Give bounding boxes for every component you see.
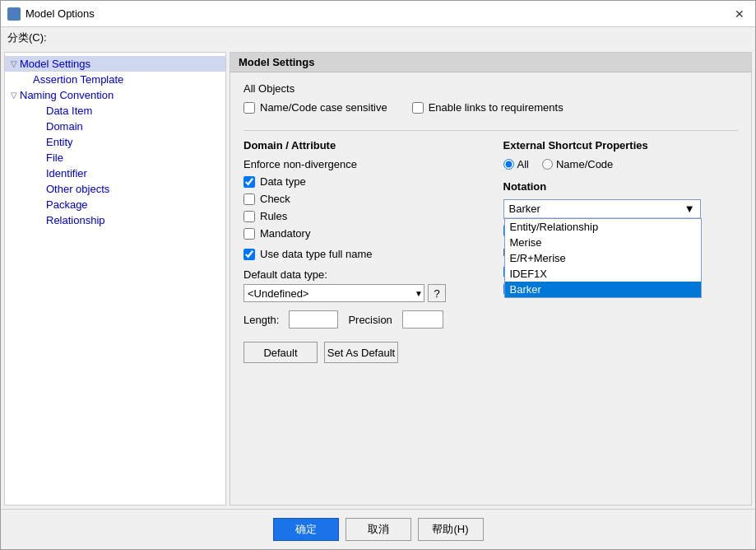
tree-item-identifier[interactable]: Identifier — [5, 165, 225, 181]
tree-item-relationship[interactable]: Relationship — [5, 212, 225, 228]
ok-button[interactable]: 确定 — [273, 518, 339, 541]
notation-option-barker[interactable]: Barker — [505, 282, 701, 297]
notation-option-entity-relationship[interactable]: Entity/Relationship — [505, 219, 701, 235]
tree-item-entity[interactable]: Entity — [5, 134, 225, 150]
check-row: Check — [243, 193, 479, 205]
data-type-checkbox[interactable] — [243, 176, 255, 188]
expand-icon-relationship — [35, 216, 46, 225]
domain-attribute-title: Domain / Attribute — [243, 139, 479, 151]
radio-all-label: All — [517, 158, 529, 170]
tree-label-other-objects: Other objects — [46, 183, 109, 195]
all-objects-title: All Objects — [243, 82, 738, 95]
tree-label-naming-convention: Naming Convention — [20, 89, 114, 101]
precision-input[interactable] — [402, 310, 443, 329]
enable-links-label: Enable links to requirements — [429, 101, 564, 114]
radio-all-row: All — [503, 158, 529, 170]
data-type-row: Data type — [243, 175, 479, 188]
tree-label-data-item: Data Item — [46, 105, 92, 117]
expand-icon-naming: ▽ — [8, 91, 20, 100]
external-shortcut-title: External Shortcut Properties — [503, 139, 739, 151]
notation-selected-label: Barker — [509, 203, 540, 215]
rules-label: Rules — [260, 210, 287, 222]
default-data-type-label: Default data type: — [243, 268, 479, 281]
mandatory-checkbox[interactable] — [243, 228, 255, 240]
expand-icon-domain — [35, 122, 46, 131]
use-data-type-checkbox[interactable] — [243, 249, 255, 260]
tree-label-entity: Entity — [46, 136, 73, 148]
notation-dropdown-arrow: ▼ — [684, 203, 695, 215]
tree-item-naming-convention[interactable]: ▽ Naming Convention — [5, 87, 225, 103]
radio-group-shortcut: All Name/Code — [503, 158, 739, 170]
content-area: ▽ Model Settings Assertion Template ▽ Na… — [1, 49, 755, 509]
tree-label-identifier: Identifier — [46, 167, 87, 179]
name-code-checkbox[interactable] — [243, 102, 255, 114]
use-data-type-row: Use data type full name — [243, 248, 479, 260]
cancel-button[interactable]: 取消 — [346, 518, 411, 541]
tree-label-file: File — [46, 151, 63, 164]
default-data-type-select[interactable]: <Undefined> — [243, 284, 424, 302]
category-menu-label[interactable]: 分类(C): — [7, 31, 47, 44]
notation-option-er-merise[interactable]: E/R+Merise — [505, 250, 701, 266]
menu-bar: 分类(C): — [1, 27, 755, 49]
name-code-label: Name/Code case sensitive — [260, 101, 387, 114]
tree-item-other-objects[interactable]: Other objects — [5, 181, 225, 197]
radio-name-code-row: Name/Code — [542, 158, 613, 170]
radio-name-code-label: Name/Code — [556, 158, 613, 170]
use-data-type-label: Use data type full name — [260, 248, 373, 260]
notation-title: Notation — [503, 180, 739, 193]
notation-select-box: Barker ▼ Entity/Relationship Merise E/R+… — [503, 199, 701, 219]
notation-option-merise[interactable]: Merise — [505, 235, 701, 250]
tree-item-package[interactable]: Package — [5, 197, 225, 212]
radio-all[interactable] — [503, 159, 514, 170]
notation-option-idef1x[interactable]: IDEF1X — [505, 266, 701, 282]
enforce-label: Enforce non-divergence — [243, 158, 479, 170]
notation-dropdown: Entity/Relationship Merise E/R+Merise ID… — [504, 218, 702, 298]
default-data-type-section: Default data type: <Undefined> ▼ ? — [243, 268, 479, 302]
settings-body: All Objects Name/Code case sensitive Ena… — [230, 72, 751, 505]
mandatory-label: Mandatory — [260, 227, 310, 240]
enable-links-checkbox[interactable] — [412, 102, 424, 114]
name-code-row: Name/Code case sensitive — [243, 101, 387, 114]
use-data-type-full-row: Use data type full name — [243, 248, 479, 260]
length-label: Length: — [243, 314, 279, 326]
length-input[interactable] — [289, 310, 338, 329]
app-icon — [7, 7, 21, 21]
tree-label-relationship: Relationship — [46, 214, 105, 226]
close-button[interactable]: ✕ — [730, 5, 749, 23]
radio-name-code[interactable] — [542, 159, 553, 170]
help-button[interactable]: ? — [428, 284, 446, 302]
default-data-type-wrapper: <Undefined> ▼ — [243, 284, 424, 302]
rules-row: Rules — [243, 210, 479, 222]
tree-label-assertion-template: Assertion Template — [33, 73, 123, 86]
check-label: Check — [260, 193, 290, 205]
tree-item-model-settings[interactable]: ▽ Model Settings — [5, 56, 225, 72]
set-as-default-button[interactable]: Set As Default — [324, 342, 398, 363]
check-checkbox[interactable] — [243, 193, 255, 205]
tree-item-domain[interactable]: Domain — [5, 119, 225, 134]
settings-header: Model Settings — [230, 53, 751, 72]
help-bottom-button[interactable]: 帮助(H) — [418, 518, 484, 541]
rules-checkbox[interactable] — [243, 211, 255, 222]
enable-links-row: Enable links to requirements — [412, 101, 564, 114]
title-bar: Model Options ✕ — [1, 1, 755, 27]
main-window: Model Options ✕ 分类(C): ▽ Model Settings … — [0, 0, 756, 550]
tree-label-model-settings: Model Settings — [20, 58, 90, 70]
title-bar-left: Model Options — [7, 7, 95, 21]
notation-header[interactable]: Barker ▼ — [504, 200, 700, 218]
action-buttons: Default Set As Default — [243, 342, 738, 363]
bottom-buttons: 确定 取消 帮助(H) — [1, 509, 755, 549]
domain-attribute-col: Domain / Attribute Enforce non-divergenc… — [243, 139, 479, 329]
tree-item-file[interactable]: File — [5, 150, 225, 165]
expand-icon-data-item — [35, 106, 46, 115]
window-title: Model Options — [26, 7, 95, 20]
tree-label-package: Package — [46, 198, 88, 211]
data-type-label: Data type — [260, 175, 306, 188]
length-precision-row: Length: Precision — [243, 310, 479, 329]
settings-panel: Model Settings All Objects Name/Code cas… — [230, 52, 752, 506]
tree-item-assertion-template[interactable]: Assertion Template — [5, 72, 225, 87]
tree-panel: ▽ Model Settings Assertion Template ▽ Na… — [4, 52, 226, 506]
tree-item-data-item[interactable]: Data Item — [5, 103, 225, 119]
divider-1 — [243, 130, 738, 131]
default-button[interactable]: Default — [243, 342, 318, 363]
expand-icon-package — [35, 200, 46, 209]
